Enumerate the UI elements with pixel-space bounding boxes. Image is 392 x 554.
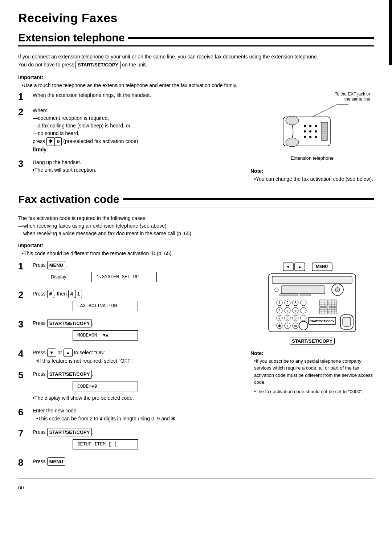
nine-kbd: 9 (55, 137, 62, 146)
ext-line-label: To the EXT jack orthe same line (250, 91, 374, 102)
hash-kbd: # (47, 290, 54, 298)
fax-important-label: Important: (18, 243, 374, 248)
ext-step-3: 3 Hang up the handset. •The unit will st… (18, 159, 243, 174)
svg-text:START/SET/COPY: START/SET/COPY (310, 319, 335, 323)
fax-machine-illustration: ▼ ▲ MENU (261, 261, 363, 341)
menu-kbd-8: MENU (47, 457, 65, 466)
svg-text:▲: ▲ (298, 264, 302, 269)
ext-two-col: 1 When the extension telephone rings, li… (18, 91, 374, 185)
page-number: 60 (18, 485, 374, 490)
svg-point-13 (315, 136, 317, 138)
fax-activation-section: Fax activation code The fax activation c… (18, 193, 374, 473)
svg-point-10 (315, 130, 317, 133)
start-set-copy-kbd-1: START/SET/COPY (75, 61, 121, 69)
svg-point-5 (304, 125, 306, 127)
svg-point-7 (315, 125, 317, 127)
svg-rect-62 (319, 307, 327, 314)
svg-rect-31 (272, 276, 352, 284)
svg-rect-87 (343, 317, 351, 326)
fax-step-8: 8 Press MENU. (18, 457, 243, 468)
fax-important-bullet: •This code should be different from the … (22, 250, 374, 257)
svg-point-9 (309, 130, 311, 133)
svg-point-8 (304, 130, 306, 133)
svg-point-6 (309, 125, 311, 127)
fax-note-bullet-2: •The fax activation code should not be s… (254, 388, 374, 395)
fax-step-6: 6 Enter the new code. •This code can be … (18, 407, 243, 423)
svg-text:1: 1 (278, 301, 281, 305)
page-title: Receiving Faxes (18, 11, 374, 25)
fax-step-2: 2 Press #, then 41. FAX ACTIVATION (18, 290, 243, 314)
ext-step-2: 2 When: —document reception is required,… (18, 107, 243, 154)
display-2: FAX ACTIVATION (73, 301, 138, 311)
svg-text:4: 4 (278, 309, 281, 313)
svg-rect-37 (300, 294, 311, 296)
bottom-divider (18, 478, 374, 479)
one-kbd: 1 (75, 290, 82, 298)
ext-important-bullet: •Use a touch tone telephone as the exten… (22, 82, 374, 89)
star-kbd: ✱ (46, 137, 55, 146)
extension-heading: Extension telephone (18, 32, 374, 46)
fax-activation-heading: Fax activation code (18, 193, 374, 208)
start-set-copy-kbd-5: START/SET/COPY (47, 370, 92, 379)
display-3: MODE=ON ▼▲ (73, 330, 138, 341)
svg-point-44 (301, 300, 306, 306)
ext-steps-col: 1 When the extension telephone rings, li… (18, 91, 243, 185)
display-row-1: Display: 1.SYSTEM SET UP (51, 270, 243, 284)
ext-phone-illustration (276, 102, 348, 153)
fax-step-1: 1 Press MENU. Display: 1.SYSTEM SET UP (18, 261, 243, 285)
svg-rect-36 (279, 294, 298, 296)
down-kbd: ▼ (47, 349, 56, 357)
intro-text-1: If you connect an extension telephone to… (18, 53, 374, 69)
start-set-copy-kbd-7: START/SET/COPY (47, 428, 92, 437)
svg-rect-32 (281, 286, 325, 294)
ext-note-bullet: •You can change the fax activation code … (254, 175, 373, 183)
four-kbd: 4 (68, 290, 75, 298)
fax-right-col: ▼ ▲ MENU (250, 261, 374, 473)
ext-note-label: Note: (250, 168, 373, 174)
svg-text:9: 9 (294, 316, 297, 320)
svg-point-61 (301, 307, 306, 313)
fax-step-5: 5 Press START/SET/COPY. CODE=✱9 •The dis… (18, 370, 243, 402)
fax-steps-col: 1 Press MENU. Display: 1.SYSTEM SET UP 2… (18, 261, 243, 473)
svg-rect-50 (329, 300, 337, 306)
ext-step-1: 1 When the extension telephone rings, li… (18, 91, 243, 102)
svg-text:3: 3 (294, 301, 297, 305)
svg-text:8: 8 (286, 316, 289, 320)
fax-two-col: 1 Press MENU. Display: 1.SYSTEM SET UP 2… (18, 261, 374, 473)
fax-step-7: 7 Press START/SET/COPY. SETUP ITEM [ ] (18, 428, 243, 452)
extension-section: Extension telephone If you connect an ex… (18, 32, 374, 185)
display-1: 1.SYSTEM SET UP (91, 272, 157, 282)
fax-note: Note: •If you subscribe to any special t… (250, 350, 374, 398)
fax-note-label: Note: (250, 350, 374, 356)
start-set-copy-kbd-3: START/SET/COPY (47, 319, 92, 328)
svg-point-12 (309, 136, 311, 138)
right-bar (389, 0, 392, 65)
menu-kbd-1: MENU (47, 261, 65, 270)
svg-text:2: 2 (286, 301, 289, 305)
ext-important-label: Important: (18, 74, 374, 80)
svg-text:▼: ▼ (286, 264, 290, 269)
display-5: CODE=✱9 (73, 382, 138, 392)
ext-note: Note: •You can change the fax activation… (250, 168, 373, 185)
svg-point-4 (286, 138, 299, 147)
svg-text:6: 6 (294, 309, 297, 313)
fax-intro: The fax activation code is required in t… (18, 215, 374, 237)
extension-telephone-label: Extension telephone (291, 155, 334, 161)
svg-point-78 (301, 315, 306, 321)
svg-text:✱: ✱ (278, 324, 281, 328)
ext-right-col: To the EXT jack orthe same line (250, 91, 374, 185)
svg-text:5: 5 (286, 309, 289, 313)
svg-rect-45 (319, 300, 327, 306)
svg-rect-67 (329, 307, 337, 314)
fax-note-bullet-1: •If you subscribe to any special telepho… (254, 358, 374, 386)
svg-point-3 (286, 116, 299, 125)
svg-point-35 (275, 288, 278, 292)
svg-text:⊕: ⊕ (294, 324, 297, 328)
svg-text:○: ○ (286, 324, 289, 328)
fax-step-3: 3 Press START/SET/COPY. MODE=ON ▼▲ (18, 319, 243, 343)
svg-text:MENU: MENU (316, 264, 328, 269)
svg-text:7: 7 (278, 316, 281, 320)
display-7: SETUP ITEM [ ] (73, 439, 138, 449)
svg-point-34 (335, 288, 340, 292)
svg-point-11 (304, 136, 306, 138)
